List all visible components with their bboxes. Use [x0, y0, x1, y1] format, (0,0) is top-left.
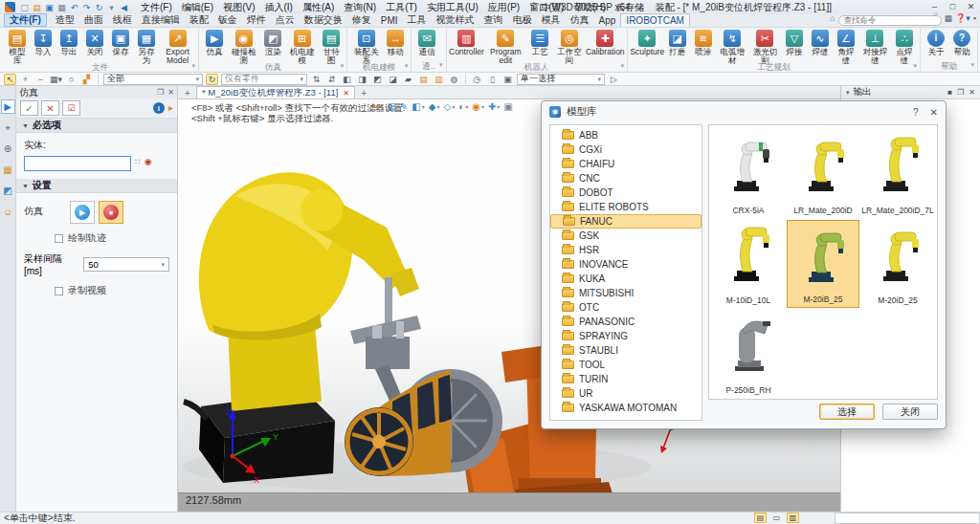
- ribbon-item[interactable]: ⊥对接焊缝: [859, 30, 891, 65]
- view-cube-icon[interactable]: ◆▾: [429, 101, 440, 112]
- model-card[interactable]: M-10iD_10L: [712, 220, 785, 308]
- ribbon-item[interactable]: ≋喷涂: [691, 30, 716, 56]
- wireframe-icon[interactable]: ◇▾: [443, 101, 455, 112]
- window-pick-icon[interactable]: ▦▾: [50, 74, 62, 85]
- menu-item[interactable]: 实用工具(U): [422, 1, 483, 14]
- dock-icon[interactable]: ❐: [157, 88, 164, 97]
- menu-item[interactable]: 属性(A): [298, 1, 339, 14]
- folder-item[interactable]: KUKA: [550, 272, 702, 286]
- dropdown-icon[interactable]: ▾: [105, 1, 118, 13]
- ribbon-item[interactable]: ▣保存: [108, 30, 133, 56]
- folder-item[interactable]: ABB: [550, 128, 702, 142]
- close-button[interactable]: 关闭: [882, 404, 938, 420]
- exit-icon[interactable]: ↩: [375, 101, 383, 112]
- sim-play-icon[interactable]: ▶: [1, 99, 15, 114]
- filter-dropdown[interactable]: 全部▾: [103, 74, 203, 85]
- anchor-icon[interactable]: ▰: [402, 74, 414, 85]
- folder-item[interactable]: CHAIFU: [550, 157, 702, 171]
- folder-view-icon[interactable]: ▥: [787, 513, 799, 523]
- structure-icon[interactable]: ⊕: [1, 142, 15, 156]
- folder-item[interactable]: TURIN: [550, 372, 702, 386]
- ribbon-tab[interactable]: IROBOTCAM: [620, 13, 690, 27]
- status-input[interactable]: [835, 513, 980, 524]
- pick-point-icon[interactable]: ◉: [145, 157, 152, 166]
- new-tab-button[interactable]: +: [358, 88, 369, 98]
- model-card[interactable]: LR_Mate_200iD_7L: [861, 130, 934, 218]
- entity-input[interactable]: [24, 156, 131, 171]
- refresh-icon[interactable]: ↻: [93, 1, 105, 13]
- folder-item[interactable]: FANUC: [550, 214, 702, 229]
- ribbon-item[interactable]: ↧导入: [31, 30, 56, 56]
- folder-item[interactable]: MITSUBISHI: [550, 286, 702, 300]
- render-icon[interactable]: ◩: [1, 184, 15, 198]
- doc-grid-icon[interactable]: ▤: [754, 513, 767, 523]
- document-tab[interactable]: * M_20iB变位机焊管程序.Z3 - [11] ✕: [196, 86, 355, 98]
- ribbon-item[interactable]: ✕关闭: [82, 30, 107, 56]
- ribbon-tab[interactable]: 钣金: [213, 13, 242, 27]
- ribbon-tab[interactable]: 查询: [479, 13, 508, 27]
- list-toggle-icon[interactable]: ∷: [135, 157, 141, 166]
- dialog-close-icon[interactable]: ✕: [930, 107, 938, 118]
- clock-icon[interactable]: ◷: [471, 74, 483, 85]
- ribbon-item[interactable]: ↥导出: [56, 30, 81, 56]
- ribbon-item[interactable]: ∿焊缝: [808, 30, 833, 56]
- ribbon-tab[interactable]: 曲面: [79, 13, 108, 27]
- ribbon-item[interactable]: ?帮助: [949, 30, 974, 56]
- menu-item[interactable]: 查询(N): [339, 1, 381, 14]
- measure-icon[interactable]: ✚▾: [488, 101, 500, 112]
- model-card[interactable]: LR_Mate_200iD: [787, 130, 859, 218]
- ribbon-tab[interactable]: 模具: [537, 13, 566, 27]
- menu-item[interactable]: 编辑(E): [177, 1, 218, 14]
- layers-icon[interactable]: ▤: [417, 74, 430, 85]
- menu-item[interactable]: 文件(F): [136, 1, 177, 14]
- ribbon-item[interactable]: ∠角焊缝: [834, 30, 858, 65]
- ribbon-tab[interactable]: 点云: [271, 13, 300, 27]
- constraint-icon[interactable]: ◩: [371, 74, 384, 85]
- ribbon-item[interactable]: ☰工艺: [527, 30, 552, 56]
- folder-item[interactable]: HSR: [550, 243, 702, 257]
- float-panel-icon[interactable]: ❐: [957, 88, 964, 97]
- clip-icon[interactable]: ▯: [486, 74, 499, 85]
- menu-item[interactable]: 工具(T): [381, 1, 422, 14]
- folder-item[interactable]: TOOL: [550, 358, 702, 372]
- ribbon-item[interactable]: ▤模型库: [5, 30, 30, 65]
- ribbon-item[interactable]: ✂激光切割: [749, 30, 781, 65]
- align2-icon[interactable]: ⇵: [325, 74, 338, 85]
- folder-item[interactable]: DOBOT: [550, 186, 702, 200]
- images-icon[interactable]: ▥: [433, 74, 445, 85]
- model-card[interactable]: P-250iB_RH: [712, 310, 785, 398]
- dialog-help-icon[interactable]: ?: [913, 107, 919, 118]
- model-card[interactable]: CRX-5iA: [712, 130, 785, 218]
- next-icon[interactable]: ▷: [608, 74, 620, 85]
- ribbon-item[interactable]: ◪打磨: [665, 30, 690, 56]
- close-panel-icon[interactable]: ✕: [167, 88, 174, 97]
- apply-button[interactable]: ☑: [62, 100, 80, 116]
- folder-item[interactable]: YASKAWA MOTOMAN: [550, 401, 702, 415]
- ribbon-item[interactable]: ▦另存为: [134, 30, 159, 65]
- remove-icon[interactable]: −: [34, 74, 47, 85]
- monitor-icon[interactable]: ▭: [770, 513, 783, 523]
- undo-icon[interactable]: ↶: [68, 1, 80, 13]
- folder-item[interactable]: UR: [550, 386, 702, 401]
- pick-mode-dropdown[interactable]: 单一选择▾: [517, 74, 605, 85]
- menu-item[interactable]: 应用(P): [483, 1, 524, 14]
- menu-item[interactable]: 插入(I): [259, 1, 297, 14]
- help-icon[interactable]: ❓▾: [955, 13, 970, 23]
- dialog-launcher-icon[interactable]: ▾: [970, 61, 974, 69]
- folder-item[interactable]: PANASONIC: [550, 315, 702, 329]
- folder-item[interactable]: SPRAYING: [550, 329, 702, 343]
- new-file-icon[interactable]: ▢: [18, 1, 31, 13]
- doc-hint-icon[interactable]: ▸: [168, 102, 173, 114]
- folder-item[interactable]: INOVANCE: [550, 257, 702, 272]
- history-icon[interactable]: ◍: [448, 74, 460, 85]
- cancel-button[interactable]: ✕: [41, 100, 59, 116]
- ok-button[interactable]: ✓: [20, 100, 38, 116]
- pin-icon[interactable]: ▪: [973, 13, 976, 23]
- model-card[interactable]: M-20iB_25: [787, 220, 859, 308]
- close-output-icon[interactable]: ✕: [969, 88, 975, 97]
- half-shade-icon[interactable]: ◐▾: [458, 101, 468, 112]
- ribbon-tab[interactable]: 数据交换: [300, 13, 347, 27]
- ribbon-item[interactable]: ⊡装配关系: [350, 30, 382, 65]
- align-icon[interactable]: ⇅: [310, 74, 323, 85]
- ribbon-item[interactable]: ▥Controller: [450, 30, 484, 56]
